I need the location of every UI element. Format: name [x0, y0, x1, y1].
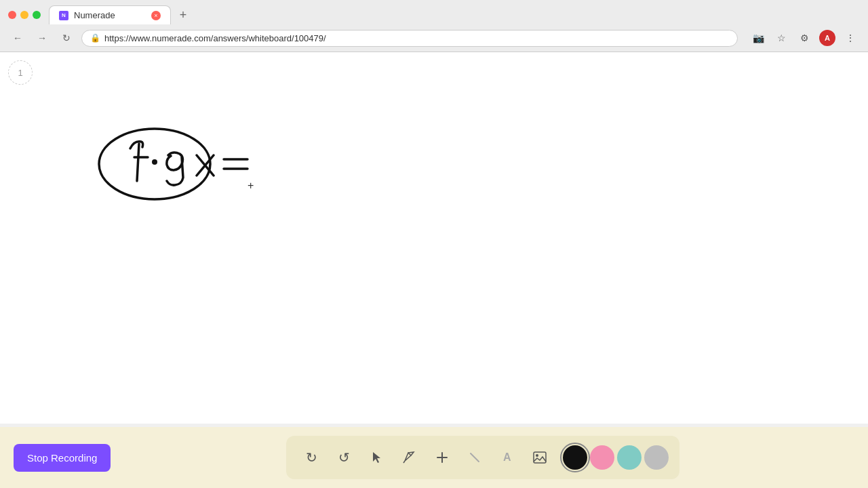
minimize-button[interactable] [20, 11, 28, 19]
svg-line-5 [471, 453, 479, 462]
stop-recording-button[interactable]: Stop Recording [14, 444, 111, 472]
whiteboard-canvas[interactable]: 1 + [0, 52, 868, 424]
traffic-lights [8, 11, 41, 19]
color-green-swatch[interactable] [617, 445, 642, 470]
svg-line-2 [403, 461, 405, 463]
select-tool-button[interactable] [362, 443, 392, 472]
page-indicator: 1 [8, 60, 33, 85]
browser-chrome: N Numerade × + ← → ↻ 🔒 https://www.numer… [0, 0, 868, 52]
undo-button[interactable]: ↻ [297, 443, 327, 472]
drawing-toolbar: ↻ ↺ A [286, 436, 679, 479]
maximize-button[interactable] [33, 11, 41, 19]
close-button[interactable] [8, 11, 16, 19]
image-tool-button[interactable] [525, 443, 555, 472]
color-gray-swatch[interactable] [644, 445, 669, 470]
browser-actions: 📷 ☆ ⚙ A ⋮ [749, 28, 860, 47]
forward-button[interactable]: → [33, 28, 52, 47]
active-tab[interactable]: N Numerade × [49, 5, 171, 24]
tab-favicon: N [59, 11, 68, 20]
nav-bar: ← → ↻ 🔒 https://www.numerade.com/answers… [0, 24, 868, 52]
cast-icon[interactable]: 📷 [749, 28, 768, 47]
pen-tool-button[interactable] [395, 443, 425, 472]
add-tool-button[interactable] [427, 443, 457, 472]
tab-title: Numerade [74, 10, 115, 20]
refresh-button[interactable]: ↻ [57, 28, 76, 47]
svg-point-7 [536, 454, 538, 457]
address-bar[interactable]: 🔒 https://www.numerade.com/answers/white… [81, 30, 738, 47]
menu-icon[interactable]: ⋮ [841, 28, 860, 47]
math-handwriting [81, 120, 271, 211]
new-tab-button[interactable]: + [174, 5, 193, 24]
title-bar: N Numerade × + [0, 0, 868, 24]
url-text: https://www.numerade.com/answers/whitebo… [104, 33, 326, 43]
redo-button[interactable]: ↺ [330, 443, 359, 472]
back-button[interactable]: ← [8, 28, 27, 47]
color-black-swatch[interactable] [563, 445, 587, 470]
text-tool-button[interactable]: A [492, 443, 522, 472]
eraser-tool-button[interactable] [460, 443, 490, 472]
bottom-bar: Stop Recording ↻ ↺ A [0, 427, 868, 488]
ssl-icon: 🔒 [90, 33, 100, 43]
color-pink-swatch[interactable] [590, 445, 614, 470]
bookmark-icon[interactable]: ☆ [772, 28, 791, 47]
extensions-icon[interactable]: ⚙ [795, 28, 814, 47]
profile-icon[interactable]: A [818, 28, 837, 47]
svg-point-1 [152, 159, 157, 165]
svg-rect-6 [534, 452, 546, 463]
tab-close-button[interactable]: × [151, 11, 161, 20]
avatar: A [819, 30, 835, 46]
tab-bar: N Numerade × + [49, 5, 860, 24]
